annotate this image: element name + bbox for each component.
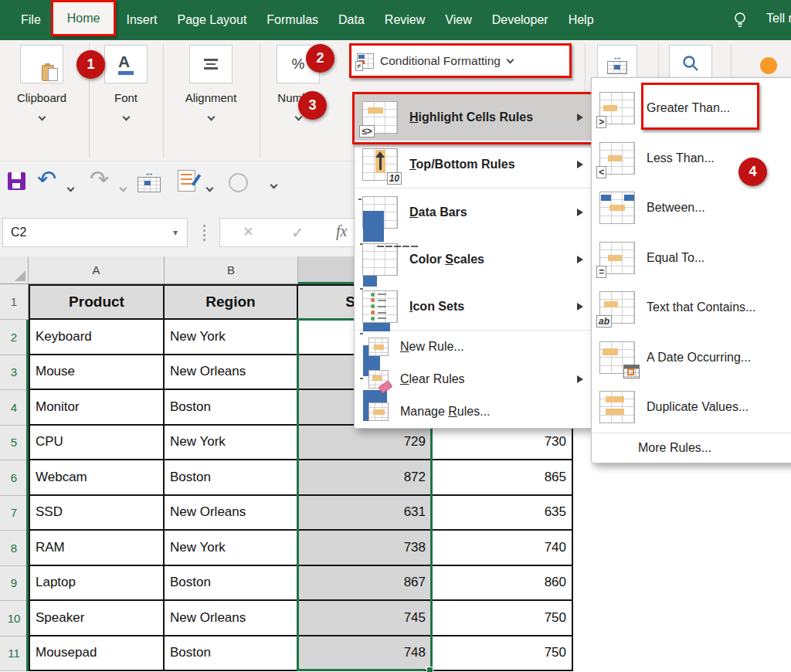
save-icon[interactable] [8, 172, 25, 190]
redo-chevron-icon[interactable] [121, 180, 126, 194]
cell-B1[interactable]: Region [165, 284, 298, 320]
cell-C10[interactable]: 745 [298, 601, 433, 636]
cell-size-button[interactable]: ↔ [597, 45, 637, 82]
row-header-10[interactable]: 10 [0, 601, 29, 636]
cell-C6[interactable]: 872 [298, 460, 433, 496]
cell-A5[interactable]: CPU [29, 426, 165, 461]
row-header-8[interactable]: 8 [0, 531, 29, 566]
undo-chevron-icon[interactable] [68, 180, 73, 194]
row-header-2[interactable]: 2 [0, 320, 29, 355]
tab-formulas[interactable]: Formulas [256, 0, 328, 40]
tab-insert[interactable]: Insert [116, 0, 167, 40]
column-header-a[interactable]: A [29, 256, 165, 284]
submenu-item-equal-to[interactable]: =Equal To... [592, 233, 791, 283]
submenu-item-greater-than[interactable]: >Greater Than... [592, 83, 791, 134]
cell-A2[interactable]: Keyboard [29, 320, 165, 355]
clipboard-group-button[interactable] [20, 45, 63, 83]
cell-B5[interactable]: New York [165, 426, 298, 461]
find-select-button[interactable] [669, 45, 712, 82]
fill-handle[interactable] [426, 667, 433, 672]
font-group-chevron[interactable] [89, 114, 163, 120]
column-width-tool-icon[interactable]: ↔ [137, 169, 161, 192]
submenu-item-text-that-contains[interactable]: abText that Contains... [592, 283, 791, 333]
cell-C7[interactable]: 631 [298, 496, 433, 531]
cell-B4[interactable]: Boston [165, 390, 298, 426]
name-box[interactable]: C2 ▾ [2, 218, 188, 247]
formula-bar-splitter[interactable] [203, 225, 206, 243]
row-header-4[interactable]: 4 [0, 390, 29, 426]
tab-file[interactable]: File [11, 0, 51, 40]
font-group-button[interactable]: A [104, 45, 148, 83]
cell-B10[interactable]: New Orleans [165, 601, 298, 636]
cell-D9[interactable]: 860 [433, 566, 573, 602]
row-header-5[interactable]: 5 [0, 426, 29, 461]
cell-B8[interactable]: New York [165, 531, 298, 566]
menu-item-top-bottom-rules[interactable]: 10Top/Bottom Rules [355, 141, 592, 188]
conditional-formatting-button[interactable]: ≠ Conditional Formatting [349, 43, 572, 78]
tab-page-layout[interactable]: Page Layout [167, 0, 256, 40]
redo-icon[interactable]: ↷ [90, 168, 109, 191]
cell-B2[interactable]: New York [165, 320, 298, 355]
alignment-group-button[interactable] [189, 45, 233, 83]
cell-D10[interactable]: 750 [433, 601, 573, 636]
cell-A4[interactable]: Monitor [29, 390, 165, 426]
cell-B9[interactable]: Boston [165, 566, 298, 602]
cell-B11[interactable]: Boston [165, 636, 298, 672]
cell-D8[interactable]: 740 [433, 531, 573, 566]
submenu-item-between[interactable]: Between... [592, 183, 791, 233]
cell-B7[interactable]: New Orleans [165, 496, 298, 531]
menu-item-clear-rules[interactable]: Clear Rules [355, 363, 592, 395]
menu-item-color-scales[interactable]: Color Scales [355, 236, 592, 283]
column-header-b[interactable]: B [165, 256, 298, 284]
cell-C11[interactable]: 748 [298, 636, 433, 672]
alignment-group-chevron[interactable] [174, 114, 248, 120]
cell-C9[interactable]: 867 [298, 566, 433, 602]
cell-D6[interactable]: 865 [433, 460, 573, 496]
cell-A10[interactable]: Speaker [29, 601, 165, 636]
insert-function-icon[interactable]: fx [336, 222, 347, 240]
name-box-dropdown-icon[interactable]: ▾ [173, 227, 178, 238]
cell-B6[interactable]: Boston [165, 460, 298, 496]
edit-document-icon[interactable] [178, 170, 195, 192]
cell-A7[interactable]: SSD [29, 496, 165, 531]
tab-help[interactable]: Help [558, 0, 604, 40]
cell-A8[interactable]: RAM [29, 531, 165, 566]
select-all-corner[interactable] [0, 256, 29, 284]
tab-home[interactable]: Home [51, 0, 117, 36]
row-header-9[interactable]: 9 [0, 566, 29, 602]
tell-me-bulb-icon[interactable] [732, 11, 748, 29]
placeholder-circle-icon[interactable] [229, 173, 248, 192]
row-header-3[interactable]: 3 [0, 355, 29, 391]
undo-icon[interactable]: ↶ [37, 168, 56, 191]
submenu-item-a-date-occurring[interactable]: A Date Occurring... [592, 333, 791, 383]
menu-item-data-bars[interactable]: Data Bars [355, 188, 592, 236]
row-header-6[interactable]: 6 [0, 460, 29, 496]
cell-C5[interactable]: 729 [298, 426, 433, 461]
cell-D5[interactable]: 730 [433, 426, 573, 461]
edit-chevron-icon[interactable] [207, 180, 212, 194]
submenu-item-duplicate-values[interactable]: Duplicate Values... [592, 382, 791, 433]
tab-review[interactable]: Review [375, 0, 435, 40]
cell-B3[interactable]: New Orleans [165, 355, 298, 391]
tab-developer[interactable]: Developer [482, 0, 558, 40]
tab-view[interactable]: View [435, 0, 481, 40]
row-header-11[interactable]: 11 [0, 636, 29, 672]
number-group-chevron[interactable] [261, 114, 335, 120]
tab-data[interactable]: Data [328, 0, 375, 40]
clipboard-group-chevron[interactable] [5, 114, 79, 120]
cell-A9[interactable]: Laptop [29, 566, 165, 602]
cell-A1[interactable]: Product [29, 284, 165, 320]
cell-C8[interactable]: 738 [298, 531, 433, 566]
submenu-item-more-rules[interactable]: More Rules... [592, 433, 791, 463]
menu-item-new-rule[interactable]: New Rule... [355, 331, 592, 363]
tell-me-label[interactable]: Tell me [766, 12, 791, 25]
cell-A6[interactable]: Webcam [29, 460, 165, 496]
customize-qat-icon[interactable] [269, 177, 279, 191]
row-header-1[interactable]: 1 [0, 284, 29, 320]
menu-item-icon-sets[interactable]: Icon Sets [355, 283, 592, 330]
menu-item-highlight-cells-rules[interactable]: ≤>Highlight Cells Rules [355, 93, 592, 141]
cancel-icon[interactable]: × [243, 222, 253, 242]
cell-A3[interactable]: Mouse [29, 355, 165, 391]
cell-A11[interactable]: Mousepad [29, 636, 165, 672]
cell-D7[interactable]: 635 [433, 496, 573, 531]
